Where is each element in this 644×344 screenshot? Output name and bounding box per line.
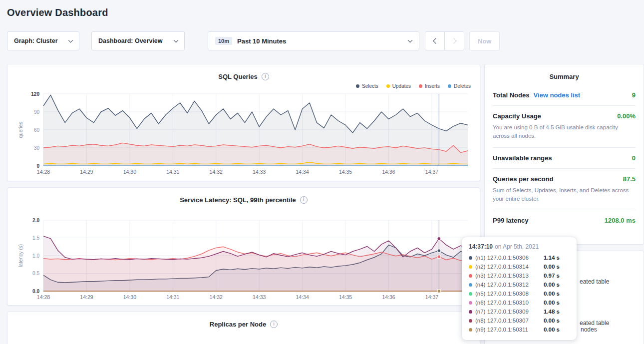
legend-item-selects[interactable]: Selects xyxy=(356,82,378,90)
info-icon[interactable] xyxy=(262,73,269,80)
svg-text:30: 30 xyxy=(34,145,40,151)
summary-panel: Summary Total Nodes View nodes list 9 Ca… xyxy=(484,64,644,245)
queries-per-second-value: 87.5 xyxy=(623,175,636,183)
svg-text:0.5: 0.5 xyxy=(32,271,39,276)
series-color-dot xyxy=(469,328,472,332)
svg-text:14:32: 14:32 xyxy=(210,294,223,300)
replicas-per-node-panel: Replicas per Node xyxy=(7,312,480,344)
tooltip-node-value: 1.48 s xyxy=(544,309,570,315)
svg-text:14:36: 14:36 xyxy=(382,169,395,175)
unavailable-ranges-label: Unavailable ranges xyxy=(493,154,552,162)
svg-text:14:29: 14:29 xyxy=(80,294,93,300)
sql-queries-panel: SQL Queries SelectsUpdatesInsertsDeletes… xyxy=(7,64,480,181)
chevron-down-icon xyxy=(68,37,73,42)
tooltip-row-n6: (n6) 127.0.0.1:503100.00 s xyxy=(469,298,570,307)
crosshair-dot-n7 xyxy=(437,237,441,240)
tooltip-node-value: 0.00 s xyxy=(544,264,570,270)
tooltip-row-n3: (n3) 127.0.0.1:503130.97 s xyxy=(469,271,570,280)
summary-row-capacity: Capacity Usage 0.00% You are using 0 B o… xyxy=(493,106,636,148)
graph-dropdown[interactable]: Graph: Cluster xyxy=(7,31,79,50)
summary-row-total-nodes: Total Nodes View nodes list 9 xyxy=(493,85,636,106)
series-color-dot xyxy=(469,310,472,314)
dashboard-dropdown-label: Dashboard: Overview xyxy=(98,37,163,44)
toolbar: Graph: Cluster Dashboard: Overview 10m P… xyxy=(7,31,644,50)
event-text-fragment: nodes xyxy=(581,326,597,333)
p99-latency-value: 1208.0 ms xyxy=(605,217,636,224)
svg-text:queries: queries xyxy=(18,122,23,138)
tooltip-node-label: (n5) 127.0.0.1:50308 xyxy=(475,291,544,297)
series-color-dot xyxy=(469,301,472,305)
svg-text:14:34: 14:34 xyxy=(296,294,309,300)
tooltip-node-value: 1.14 s xyxy=(544,255,570,261)
tooltip-row-n7: (n7) 127.0.0.1:503091.48 s xyxy=(469,307,570,316)
series-color-dot xyxy=(469,265,472,269)
chevron-right-icon xyxy=(451,38,456,43)
time-next-button[interactable] xyxy=(444,31,464,50)
time-range-dropdown[interactable]: 10m Past 10 Minutes xyxy=(208,31,419,50)
tooltip-row-n8: (n8) 127.0.0.1:503070.00 s xyxy=(469,316,570,325)
time-prev-button[interactable] xyxy=(425,31,445,50)
svg-text:14:30: 14:30 xyxy=(123,169,136,175)
svg-text:14:28: 14:28 xyxy=(37,294,50,300)
view-nodes-list-link[interactable]: View nodes list xyxy=(533,91,580,99)
svg-text:1.0: 1.0 xyxy=(32,253,39,259)
capacity-usage-value: 0.00% xyxy=(617,112,636,120)
chevron-down-icon xyxy=(408,37,413,42)
svg-text:14:31: 14:31 xyxy=(166,169,179,175)
tooltip-node-label: (n9) 127.0.0.1:50311 xyxy=(475,327,544,333)
service-latency-chart[interactable]: 14:2814:2914:3014:3114:3214:3314:3414:35… xyxy=(7,204,480,306)
tooltip-time: 14:37:10 xyxy=(469,243,493,250)
chevron-down-icon xyxy=(174,37,179,42)
svg-text:14:33: 14:33 xyxy=(253,169,266,175)
tooltip-date: on Apr 5th, 2021 xyxy=(495,243,539,250)
service-latency-title: Service Latency: SQL, 99th percentile xyxy=(180,196,296,204)
tooltip-row-n4: (n4) 127.0.0.1:503120.00 s xyxy=(469,280,570,289)
tooltip-row-n9: (n9) 127.0.0.1:503110.00 s xyxy=(469,325,570,334)
now-button[interactable]: Now xyxy=(469,31,500,50)
svg-text:1.5: 1.5 xyxy=(32,235,39,241)
tooltip-node-label: (n2) 127.0.0.1:50314 xyxy=(475,264,544,270)
total-nodes-value: 9 xyxy=(632,91,636,99)
unavailable-ranges-value: 0 xyxy=(632,154,636,162)
p99-latency-label: P99 latency xyxy=(493,217,529,224)
service-latency-title-row: Service Latency: SQL, 99th percentile xyxy=(7,188,480,204)
time-nav-group xyxy=(425,31,464,50)
legend-item-updates[interactable]: Updates xyxy=(386,82,411,90)
series-color-dot xyxy=(469,256,472,260)
sql-queries-title-row: SQL Queries xyxy=(7,64,480,81)
legend-item-deletes[interactable]: Deletes xyxy=(448,82,471,90)
event-text-fragment: eated table xyxy=(580,278,609,285)
service-latency-plot[interactable]: 14:2814:2914:3014:3114:3214:3314:3414:35… xyxy=(15,204,472,304)
sql-queries-chart[interactable]: 14:2814:2914:3014:3114:3214:3314:3414:35… xyxy=(7,90,480,181)
svg-text:14:35: 14:35 xyxy=(339,294,352,300)
svg-text:14:37: 14:37 xyxy=(425,294,438,300)
svg-text:2.0: 2.0 xyxy=(32,218,39,223)
tooltip-header: 14:37:10on Apr 5th, 2021 xyxy=(469,243,570,250)
tooltip-node-value: 0.00 s xyxy=(544,282,570,288)
queries-per-second-description: Sum of Selects, Updates, Inserts, and De… xyxy=(493,186,636,204)
sql-queries-plot[interactable]: 14:2814:2914:3014:3114:3214:3314:3414:35… xyxy=(15,90,472,179)
svg-text:60: 60 xyxy=(34,127,40,133)
sql-queries-legend: SelectsUpdatesInsertsDeletes xyxy=(7,81,480,90)
dashboard-dropdown[interactable]: Dashboard: Overview xyxy=(91,31,185,50)
crosshair-dot-n9 xyxy=(437,290,441,293)
tooltip-node-label: (n8) 127.0.0.1:50307 xyxy=(475,318,544,324)
chevron-left-icon xyxy=(433,38,438,43)
svg-text:14:35: 14:35 xyxy=(339,169,352,175)
tooltip-node-label: (n7) 127.0.0.1:50309 xyxy=(475,309,544,315)
legend-dot xyxy=(448,84,451,88)
info-icon[interactable] xyxy=(300,196,308,204)
replicas-title-row: Replicas per Node xyxy=(7,312,480,329)
svg-text:14:28: 14:28 xyxy=(37,169,50,175)
info-icon[interactable] xyxy=(270,321,278,328)
crosshair-dot-n3 xyxy=(437,255,441,259)
replicas-per-node-title: Replicas per Node xyxy=(210,321,266,328)
legend-label: Updates xyxy=(392,83,411,89)
svg-text:0.0: 0.0 xyxy=(32,289,39,294)
series-color-dot xyxy=(469,283,472,287)
legend-dot xyxy=(419,84,422,88)
time-range-badge: 10m xyxy=(215,37,232,45)
tooltip-rows: (n1) 127.0.0.1:503061.14 s(n2) 127.0.0.1… xyxy=(469,253,570,334)
summary-row-unavailable-ranges: Unavailable ranges 0 xyxy=(493,148,636,169)
legend-item-inserts[interactable]: Inserts xyxy=(419,82,440,90)
